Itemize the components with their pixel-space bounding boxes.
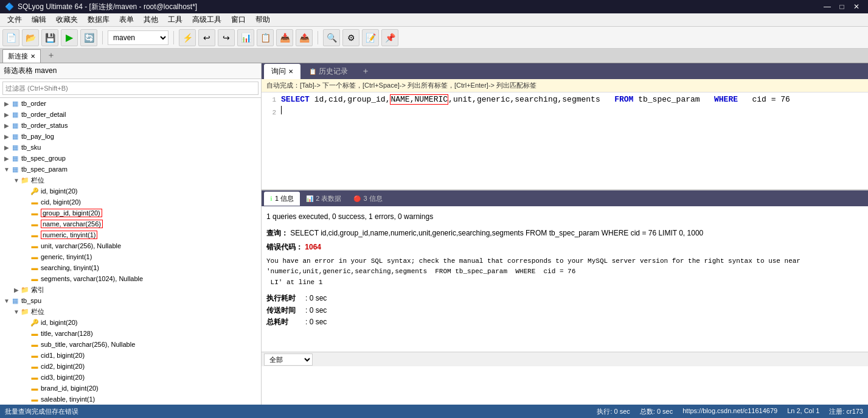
expand-icon[interactable]: ▶ — [2, 121, 11, 130]
tree-col-group-id[interactable]: ▬ group_id, bigint(20) — [0, 207, 261, 218]
app-icon: 🔷 — [5, 2, 14, 11]
expand-icon[interactable]: ▶ — [2, 99, 11, 108]
tree-tb-order-status[interactable]: ▶ ▦ tb_order_status — [0, 120, 261, 131]
tree-spu-col-saleable[interactable]: ▬ saleable, tinyint(1) — [0, 394, 261, 405]
tree-col-generic[interactable]: ▬ generic, tinyint(1) — [0, 251, 261, 262]
result-info2-tab[interactable]: 🔴 3 信息 — [347, 192, 388, 206]
toolbar-btn6[interactable]: 📊 — [237, 29, 254, 46]
sql-cursor — [281, 106, 282, 114]
menu-edit[interactable]: 编辑 — [27, 13, 51, 26]
tree-spu-columns-folder[interactable]: ▼ 📁 栏位 — [0, 306, 261, 317]
toolbar-btn13[interactable]: 📌 — [381, 29, 398, 46]
tree-col-cid[interactable]: ▬ cid, bigint(20) — [0, 197, 261, 207]
sql-where-clause: cid = 76 — [743, 95, 790, 104]
toolbar-play-btn[interactable]: ▶ — [61, 29, 78, 46]
expand-icon[interactable]: ▶ — [2, 154, 11, 162]
sql-editor[interactable]: 1 SELECT id,cid,group_id,NAME,NUMERIC,un… — [262, 92, 868, 190]
tree-tb-spec-param[interactable]: ▼ ▦ tb_spec_param — [0, 164, 261, 175]
connection-tab-label: 新连接 — [8, 52, 28, 61]
toolbar-btn8[interactable]: 📥 — [276, 29, 293, 46]
expand-icon[interactable]: ▼ — [2, 296, 11, 305]
toolbar-btn4[interactable]: ↩ — [198, 29, 215, 46]
filter-input[interactable] — [2, 82, 259, 95]
tree-tb-spu[interactable]: ▼ ▦ tb_spu — [0, 295, 261, 306]
tree-col-segments[interactable]: ▬ segments, varchar(1024), Nullable — [0, 273, 261, 284]
menu-file[interactable]: 文件 — [2, 13, 27, 26]
tree-columns-folder[interactable]: ▼ 📁 栏位 — [0, 175, 261, 186]
toolbar-btn11[interactable]: ⚙ — [342, 29, 359, 46]
title-bar-controls: — □ ✕ — [821, 0, 863, 13]
menu-table[interactable]: 表单 — [114, 13, 139, 26]
tree-tb-order-detail[interactable]: ▶ ▦ tb_order_detail — [0, 109, 261, 120]
toolbar-btn7[interactable]: 📋 — [257, 29, 274, 46]
result-info-tab[interactable]: ℹ 1 信息 — [264, 192, 300, 206]
column-icon: ▬ — [30, 198, 39, 206]
menu-database[interactable]: 数据库 — [83, 13, 114, 26]
tree-col-unit[interactable]: ▬ unit, varchar(256), Nullable — [0, 240, 261, 251]
tree-tb-pay-log[interactable]: ▶ ▦ tb_pay_log — [0, 131, 261, 142]
result-data-tab[interactable]: 📊 2 表数据 — [300, 192, 347, 206]
tree-spu-col-cid1[interactable]: ▬ cid1, bigint(20) — [0, 350, 261, 361]
menu-help[interactable]: 帮助 — [251, 13, 275, 26]
expand-icon[interactable]: ▼ — [2, 165, 11, 173]
close-button[interactable]: ✕ — [850, 0, 863, 13]
menu-other[interactable]: 其他 — [139, 13, 163, 26]
tree-spu-col-sub-title[interactable]: ▬ sub_title, varchar(256), Nullable — [0, 339, 261, 350]
add-connection-button[interactable]: ＋ — [42, 48, 60, 63]
connection-tab-close-icon[interactable]: ✕ — [30, 53, 35, 60]
menu-window[interactable]: 窗口 — [226, 13, 251, 26]
expand-icon[interactable]: ▼ — [12, 176, 21, 184]
column-icon: ▬ — [30, 220, 39, 228]
maximize-button[interactable]: □ — [835, 0, 849, 13]
connection-tab-new[interactable]: 新连接 ✕ — [2, 49, 41, 63]
sql-line-2: 2 — [264, 106, 866, 117]
toolbar-save-btn[interactable]: 💾 — [41, 29, 58, 46]
query-tab[interactable]: 询问 ✕ — [264, 64, 300, 79]
toolbar-btn5[interactable]: ↪ — [218, 29, 235, 46]
connection-dropdown[interactable]: maven — [108, 30, 168, 45]
toolbar-btn3[interactable]: ⚡ — [179, 29, 196, 46]
minimize-button[interactable]: — — [821, 0, 834, 13]
toolbar-btn12[interactable]: 📝 — [362, 29, 379, 46]
menu-tools[interactable]: 工具 — [163, 13, 187, 26]
expand-icon[interactable]: ▶ — [2, 143, 11, 152]
tree-col-id[interactable]: 🔑 id, bigint(20) — [0, 186, 261, 197]
tree-spu-col-id[interactable]: 🔑 id, bigint(20) — [0, 317, 261, 328]
tree-tb-spec-group[interactable]: ▶ ▦ tb_spec_group — [0, 153, 261, 164]
tree-spu-col-brand-id[interactable]: ▬ brand_id, bigint(20) — [0, 383, 261, 394]
expand-icon — [22, 384, 30, 392]
menu-advanced[interactable]: 高级工具 — [187, 13, 226, 26]
expand-icon — [22, 242, 30, 250]
toolbar-btn9[interactable]: 📤 — [296, 29, 313, 46]
expand-icon[interactable]: ▶ — [2, 110, 11, 119]
toolbar-open-btn[interactable]: 📂 — [22, 29, 39, 46]
expand-icon[interactable]: ▼ — [12, 307, 21, 316]
tree-tb-sku[interactable]: ▶ ▦ tb_sku — [0, 142, 261, 153]
sql-rest-columns: ,unit,generic,searching,segments — [448, 95, 609, 104]
result-filter-dropdown[interactable]: 全部 — [264, 354, 313, 366]
tree-col-searching[interactable]: ▬ searching, tinyint(1) — [0, 262, 261, 273]
tree-spu-col-cid3[interactable]: ▬ cid3, bigint(20) — [0, 372, 261, 383]
toolbar-new-btn[interactable]: 📄 — [2, 29, 19, 46]
query-tab-close-icon[interactable]: ✕ — [288, 68, 293, 75]
key-icon: 🔑 — [30, 318, 39, 327]
toolbar-refresh-btn[interactable]: 🔄 — [80, 29, 97, 46]
tree-spu-col-title[interactable]: ▬ title, varchar(128) — [0, 328, 261, 339]
add-query-tab-button[interactable]: ＋ — [356, 63, 375, 79]
tree-tb-order[interactable]: ▶ ▦ tb_order — [0, 98, 261, 109]
history-tab[interactable]: 📋 历史记录 — [302, 64, 355, 79]
transfer-time-row: 传送时间 : 0 sec — [266, 305, 327, 316]
toolbar-btn10[interactable]: 🔍 — [323, 29, 340, 46]
tree-spu-col-cid2[interactable]: ▬ cid2, bigint(20) — [0, 361, 261, 372]
exec-time-label: 执行耗时 — [266, 293, 305, 304]
tree-indexes-folder[interactable]: ▶ 📁 索引 — [0, 284, 261, 295]
expand-icon[interactable]: ▶ — [12, 285, 21, 294]
table-icon: ▦ — [11, 121, 19, 130]
tree-col-numeric[interactable]: ▬ numeric, tinyint(1) — [0, 229, 261, 240]
folder-icon: 📁 — [21, 307, 29, 316]
error-code-label: 错误代码： — [266, 243, 303, 251]
table-icon: ▦ — [11, 132, 19, 141]
tree-col-name[interactable]: ▬ name, varchar(256) — [0, 218, 261, 229]
menu-favorites[interactable]: 收藏夹 — [51, 13, 83, 26]
expand-icon[interactable]: ▶ — [2, 132, 11, 141]
